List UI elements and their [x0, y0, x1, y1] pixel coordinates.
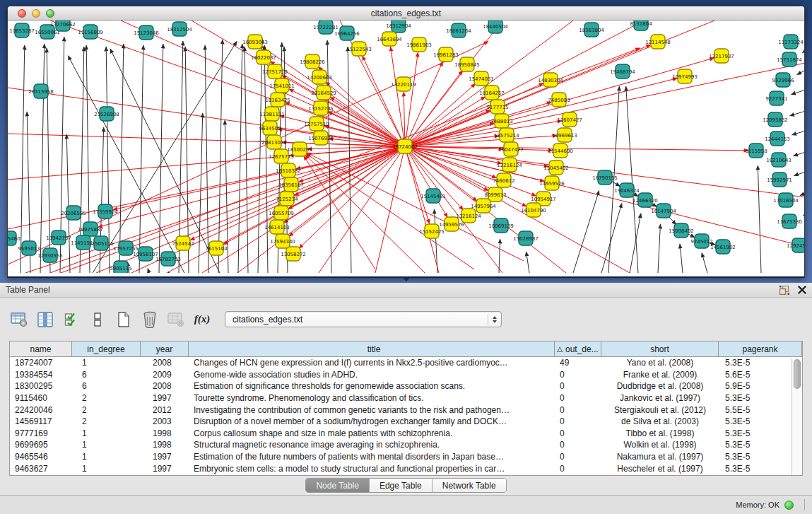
- graph-node-yellow[interactable]: 14959526: [539, 176, 565, 190]
- graph-node-teal[interactable]: 9329966: [772, 73, 794, 87]
- citation-edge-black[interactable]: [802, 50, 805, 53]
- graph-node-teal[interactable]: 12444153: [765, 132, 790, 146]
- new-table-icon[interactable]: [114, 310, 133, 329]
- citation-edge-black[interactable]: [803, 214, 805, 216]
- graph-node-teal[interactable]: 19468794: [610, 64, 635, 78]
- graph-node-teal[interactable]: 12505115: [88, 236, 114, 250]
- citation-edge-red[interactable]: [299, 146, 405, 248]
- graph-node-yellow[interactable]: 16022037: [251, 50, 276, 64]
- delete-table-icon[interactable]: [141, 310, 159, 329]
- graph-node-teal[interactable]: 16210643: [766, 153, 792, 167]
- column-visibility-icon[interactable]: [36, 310, 54, 329]
- citation-edge-red[interactable]: [98, 146, 405, 227]
- graph-node-teal[interactable]: 20315958: [28, 84, 54, 98]
- graph-node-teal[interactable]: 18312904: [386, 21, 411, 33]
- table-row[interactable]: 2242004622012Investigating the contribut…: [10, 404, 802, 416]
- table-row[interactable]: 1872400712008Changes of HCN gene express…: [10, 357, 802, 369]
- citation-edge-red[interactable]: [192, 21, 405, 146]
- graph-node-yellow[interactable]: 16643694: [377, 32, 402, 46]
- graph-node-yellow[interactable]: 13058272: [281, 247, 306, 261]
- column-header-pagerank[interactable]: pagerank: [719, 341, 802, 356]
- graph-node-teal[interactable]: 18363804: [579, 23, 604, 37]
- graph-node-teal[interactable]: 21526908: [94, 107, 119, 121]
- graph-node-yellow[interactable]: 15045492: [543, 160, 569, 175]
- citation-edge-black[interactable]: [791, 90, 805, 95]
- citation-edge-black[interactable]: [793, 152, 805, 156]
- citation-edge-black[interactable]: [435, 209, 437, 273]
- column-header-out_de[interactable]: △out_de...: [555, 341, 601, 356]
- table-row[interactable]: 977716911998Corpus callosum shape and si…: [10, 428, 802, 440]
- select-rows-icon[interactable]: [62, 310, 81, 329]
- table-settings-icon[interactable]: [10, 310, 28, 329]
- citation-edge-black[interactable]: [66, 134, 70, 273]
- citation-edge-red[interactable]: [405, 146, 497, 177]
- graph-node-yellow[interactable]: 16047427: [498, 142, 524, 156]
- graph-node-yellow[interactable]: 13220119: [391, 77, 416, 91]
- window-titlebar[interactable]: citations_edges.txt: [8, 6, 804, 21]
- graph-node-yellow[interactable]: 16093063: [242, 35, 268, 49]
- graph-node-yellow[interactable]: 18950845: [454, 57, 480, 71]
- table-row[interactable]: 946554611997Estimation of the future num…: [10, 451, 802, 463]
- function-builder-icon[interactable]: f(x): [193, 310, 211, 329]
- citation-edge-red[interactable]: [405, 63, 805, 146]
- graph-node-yellow[interactable]: 16961283: [433, 47, 459, 62]
- citation-edge-black[interactable]: [168, 271, 169, 273]
- graph-node-teal[interactable]: 11156809: [78, 25, 103, 39]
- citation-edge-black[interactable]: [93, 41, 237, 273]
- table-row[interactable]: 969969511998Structural magnetic resonanc…: [10, 439, 802, 451]
- graph-node-yellow[interactable]: 12217937: [709, 49, 734, 63]
- panel-splitter-handle[interactable]: [402, 277, 411, 281]
- graph-node-teal[interactable]: 8131804: [630, 21, 652, 30]
- citation-edge-black[interactable]: [218, 40, 223, 273]
- citation-edge-black[interactable]: [526, 252, 529, 273]
- graph-node-yellow[interactable]: 15122543: [346, 42, 372, 56]
- graph-node-teal[interactable]: 12093832: [763, 112, 788, 127]
- graph-node-teal[interactable]: 16061264: [446, 23, 471, 37]
- graph-node-teal[interactable]: 10069139: [488, 218, 514, 233]
- graph-node-yellow[interactable]: 19861903: [406, 37, 432, 52]
- citation-edge-red[interactable]: [405, 21, 644, 146]
- graph-node-teal[interactable]: 9227341: [765, 91, 787, 105]
- graph-node-teal[interactable]: 18440504: [483, 21, 508, 33]
- tab-edge-table[interactable]: Edge Table: [370, 479, 433, 492]
- citation-edge-red[interactable]: [305, 155, 425, 273]
- graph-node-yellow[interactable]: 12757510: [304, 117, 329, 131]
- citation-edge-black[interactable]: [758, 165, 761, 273]
- graph-node-yellow[interactable]: 9634509: [259, 121, 281, 135]
- graph-node-teal[interactable]: 20206535: [61, 206, 86, 220]
- graph-node-teal[interactable]: 18312504: [167, 22, 192, 36]
- graph-node-teal[interactable]: 17359924: [93, 204, 118, 218]
- citation-edge-black[interactable]: [797, 70, 805, 75]
- citation-edge-black[interactable]: [148, 269, 149, 273]
- table-row[interactable]: 946362711997Embryonic stem cells: a mode…: [10, 462, 802, 474]
- graph-node-teal[interactable]: 9245012: [690, 234, 712, 248]
- table-row[interactable]: 1830029562008Estimation of significance …: [10, 380, 802, 392]
- tab-node-table[interactable]: Node Table: [306, 479, 370, 492]
- citation-edge-black[interactable]: [40, 44, 45, 273]
- graph-node-teal[interactable]: 11173324: [778, 35, 804, 49]
- graph-node-teal[interactable]: 10975887: [78, 222, 103, 236]
- graph-node-teal[interactable]: 10653287: [9, 23, 35, 37]
- citation-edge-red[interactable]: [405, 121, 562, 146]
- graph-node-yellow[interactable]: 15474031: [469, 71, 494, 86]
- citation-edge-black[interactable]: [258, 38, 262, 273]
- column-header-name[interactable]: name: [10, 341, 72, 356]
- citation-edge-black[interactable]: [626, 86, 638, 273]
- citation-edge-red[interactable]: [330, 97, 405, 146]
- close-window-button[interactable]: [18, 9, 26, 18]
- graph-node-teal[interactable]: 15992971: [767, 173, 792, 187]
- table-selector-dropdown[interactable]: citations_edges.txt: [225, 311, 502, 327]
- graph-node-yellow[interactable]: 11544690: [548, 144, 573, 158]
- tab-network-table[interactable]: Network Table: [433, 479, 506, 492]
- minimize-window-button[interactable]: [32, 9, 40, 18]
- graph-node-teal[interactable]: 9115460: [8, 231, 20, 245]
- network-canvas[interactable]: 1065328716550061132706621115680915123046…: [8, 21, 805, 273]
- citation-edge-black[interactable]: [573, 190, 599, 273]
- graph-node-yellow[interactable]: 7488013: [490, 114, 512, 128]
- citation-edge-black[interactable]: [499, 239, 500, 273]
- graph-node-teal[interactable]: 15028987: [513, 231, 539, 245]
- graph-node-yellow[interactable]: 11607427: [557, 112, 582, 127]
- graph-node-teal[interactable]: 14561902: [710, 240, 736, 254]
- graph-node-yellow[interactable]: 19808226: [300, 54, 325, 69]
- table-vertical-scrollbar[interactable]: [792, 358, 802, 475]
